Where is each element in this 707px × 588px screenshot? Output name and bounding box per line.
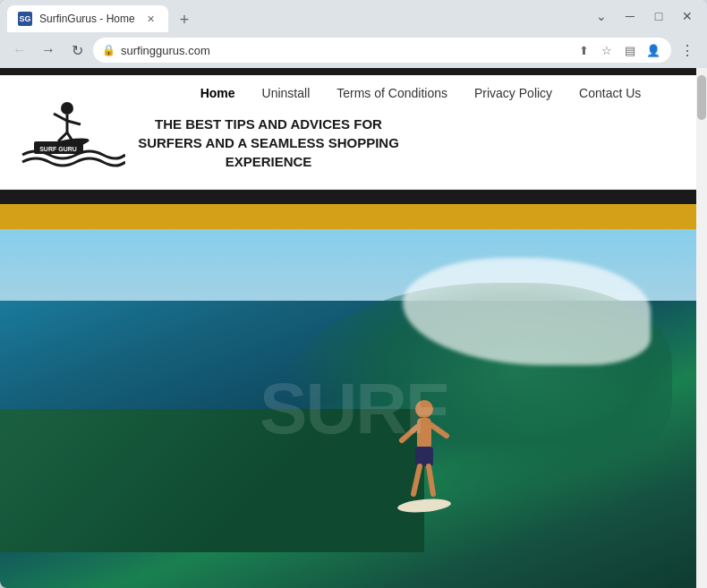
svg-line-15 bbox=[429, 466, 433, 494]
watermark: SURF bbox=[260, 368, 447, 450]
url-bar[interactable]: 🔒 surfinggurus.com ⬆ ☆ ▤ 👤 bbox=[93, 38, 671, 63]
profile-icon[interactable]: 👤 bbox=[644, 41, 662, 59]
window-expand-button[interactable]: ⌄ bbox=[589, 4, 614, 29]
url-bar-icons: ⬆ ☆ ▤ 👤 bbox=[575, 41, 662, 59]
svg-line-14 bbox=[413, 466, 420, 494]
nav-terms[interactable]: Terms of Conditions bbox=[336, 86, 447, 100]
minimize-button[interactable]: ─ bbox=[618, 4, 643, 29]
back-button[interactable]: ← bbox=[7, 38, 32, 63]
nav-home[interactable]: Home bbox=[200, 86, 235, 100]
hero-section: SURF bbox=[0, 229, 707, 588]
nav-contact[interactable]: Contact Us bbox=[579, 86, 641, 100]
share-icon[interactable]: ⬆ bbox=[575, 41, 592, 59]
window-controls: ⌄ ─ □ ✕ bbox=[589, 4, 700, 29]
top-accent-bar bbox=[0, 68, 707, 75]
browser-menu-button[interactable]: ⋮ bbox=[675, 38, 700, 63]
close-button[interactable]: ✕ bbox=[675, 4, 700, 29]
nav-links: Home Uninstall Terms of Conditions Priva… bbox=[152, 86, 689, 100]
browser-window: SG SurfinGurus - Home ✕ + ⌄ ─ □ ✕ ← → ↻ … bbox=[0, 0, 707, 588]
sidebar-icon[interactable]: ▤ bbox=[621, 41, 639, 59]
bottom-black-bar bbox=[0, 190, 707, 204]
navigation: SURF GURU Home Uninstall Terms of Condit… bbox=[0, 75, 707, 190]
svg-line-3 bbox=[67, 121, 81, 124]
gold-accent-bar bbox=[0, 204, 707, 229]
scrollbar-track[interactable] bbox=[696, 68, 707, 588]
svg-text:SURF GURU: SURF GURU bbox=[39, 146, 77, 152]
active-tab[interactable]: SG SurfinGurus - Home ✕ bbox=[7, 5, 168, 32]
nav-content: Home Uninstall Terms of Conditions Priva… bbox=[125, 86, 689, 178]
surf-guru-logo-svg: SURF GURU bbox=[18, 92, 125, 173]
site-tagline: THE BEST TIPS AND ADVICES FOR SURFERS AN… bbox=[134, 115, 403, 171]
forward-button[interactable]: → bbox=[36, 38, 61, 63]
tagline-area: THE BEST TIPS AND ADVICES FOR SURFERS AN… bbox=[134, 100, 689, 178]
tab-bar: SG SurfinGurus - Home ✕ + bbox=[7, 0, 585, 32]
tab-title: SurfinGurus - Home bbox=[39, 13, 136, 25]
reload-button[interactable]: ↻ bbox=[64, 38, 89, 63]
svg-line-2 bbox=[54, 114, 67, 121]
nav-privacy[interactable]: Privacy Policy bbox=[474, 86, 552, 100]
maximize-button[interactable]: □ bbox=[646, 4, 671, 29]
tab-favicon: SG bbox=[18, 12, 32, 26]
svg-point-16 bbox=[396, 497, 451, 514]
logo-area: SURF GURU bbox=[18, 92, 125, 173]
tab-close-button[interactable]: ✕ bbox=[143, 12, 158, 26]
nav-uninstall[interactable]: Uninstall bbox=[262, 86, 311, 100]
lock-icon: 🔒 bbox=[102, 44, 115, 56]
svg-point-0 bbox=[61, 102, 73, 115]
url-text: surfinggurus.com bbox=[121, 44, 210, 57]
title-bar: SG SurfinGurus - Home ✕ + ⌄ ─ □ ✕ bbox=[0, 0, 707, 32]
new-tab-button[interactable]: + bbox=[172, 7, 197, 32]
site-logo: SURF GURU bbox=[18, 92, 125, 173]
tagline-text: THE BEST TIPS AND ADVICES FOR SURFERS AN… bbox=[138, 116, 399, 169]
address-bar: ← → ↻ 🔒 surfinggurus.com ⬆ ☆ ▤ 👤 ⋮ bbox=[0, 32, 707, 68]
bookmark-icon[interactable]: ☆ bbox=[598, 41, 616, 59]
scrollbar-thumb[interactable] bbox=[697, 75, 706, 120]
webpage: SURF GURU Home Uninstall Terms of Condit… bbox=[0, 68, 707, 588]
